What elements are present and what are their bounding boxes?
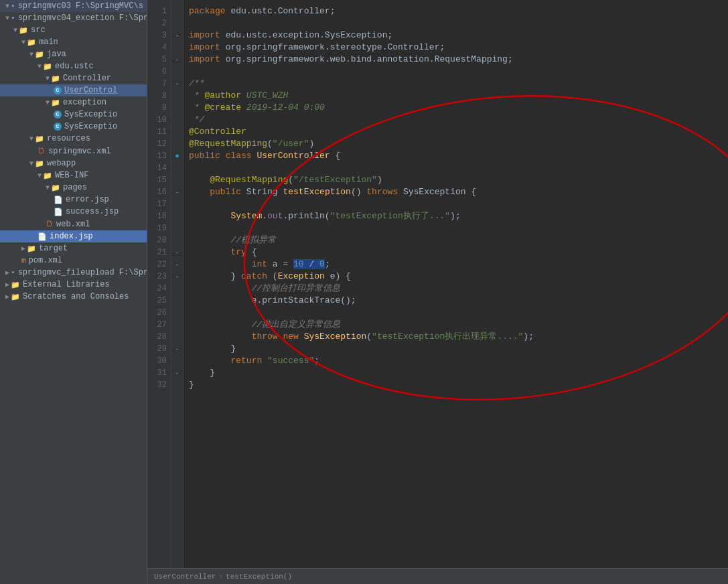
line-num: 12 (147, 138, 171, 150)
line-num: 31 (147, 367, 171, 379)
sidebar-item-usercontroller[interactable]: C UserControl (0, 84, 147, 96)
gutter-cell (171, 90, 183, 102)
code-body[interactable]: package edu.ustc.Controller; import edu.… (184, 0, 728, 568)
gutter-cell (171, 355, 183, 367)
code-line-16: public String testException() throws Sys… (189, 186, 728, 198)
controller-folder-label: Controller (63, 74, 111, 83)
sidebar-item-springmvc03[interactable]: ▼ ▪ springmvc03 F:\SpringMVC\s (0, 0, 147, 12)
sidebar-item-main[interactable]: ▼ 📁 main (0, 36, 147, 48)
eduustc-label: edu.ustc (55, 62, 94, 71)
code-line-22: int a = 10 / 0; (189, 259, 728, 271)
code-line-25: e.printStackTrace(); (189, 295, 728, 307)
sidebar-item-sysexception1[interactable]: C SysExceptio (0, 108, 147, 121)
sidebar-item-pomxml[interactable]: m pom.xml (0, 254, 147, 267)
sidebar-item-target[interactable]: ▶ 📁 target (0, 242, 147, 254)
line-num: 15 (147, 174, 171, 186)
gutter-cell (171, 198, 183, 210)
gutter-cell (171, 102, 183, 114)
code-line-32: } (189, 379, 728, 391)
folder-icon: 📁 (11, 293, 20, 301)
sidebar-item-springmvcxml[interactable]: 🗋 springmvc.xml (0, 145, 147, 157)
folder-icon: 📁 (51, 184, 60, 192)
sidebar-item-external-libraries[interactable]: ▶ 📁 External Libraries (0, 279, 147, 291)
springmvc04-label: springmvc04_excetion F:\Spri (18, 13, 147, 23)
code-line-29: } (189, 343, 728, 355)
sidebar-item-scratches[interactable]: ▶ 📁 Scratches and Consoles (0, 291, 147, 303)
code-container: 1 2 3 4 5 6 7 8 9 10 11 12 13 14 15 16 1… (147, 0, 728, 568)
gutter-cell (171, 5, 183, 17)
pages-label: pages (63, 183, 87, 192)
line-num: 3 (147, 29, 171, 42)
gutter-cell: - (171, 367, 183, 379)
sidebar-item-webxml[interactable]: 🗋 web.xml (0, 218, 147, 230)
gutter-cell (171, 210, 183, 222)
sidebar-item-exception-folder[interactable]: ▼ 📁 exception (0, 96, 147, 108)
folder-icon: 📁 (11, 281, 20, 289)
sidebar-item-pages[interactable]: ▼ 📁 pages (0, 181, 147, 194)
line-num: 2 (147, 17, 171, 29)
module-icon: ▪ (11, 269, 15, 277)
sidebar-item-resources[interactable]: ▼ 📁 resources (0, 133, 147, 145)
code-line-10: */ (189, 114, 728, 126)
sidebar: ▼ ▪ springmvc03 F:\SpringMVC\s ▼ ▪ sprin… (0, 0, 147, 584)
gutter-cell (171, 307, 183, 319)
code-line-3: import edu.ustc.exception.SysException; (189, 29, 728, 42)
line-num: 24 (147, 283, 171, 295)
code-line-11: @Controller (189, 126, 728, 138)
code-line-7: /** (189, 78, 728, 90)
line-num: 30 (147, 355, 171, 367)
sidebar-item-src[interactable]: ▼ 📁 src (0, 24, 147, 36)
line-num: 14 (147, 162, 171, 174)
code-line-28: throw new SysException("testException执行出… (189, 331, 728, 343)
gutter-cell (171, 234, 183, 246)
sidebar-item-eduustc[interactable]: ▼ 📁 edu.ustc (0, 60, 147, 72)
sidebar-item-springmvc04[interactable]: ▼ ▪ springmvc04_excetion F:\Spri (0, 12, 147, 24)
class-icon: C (54, 123, 62, 131)
breadcrumb-separator: › (218, 573, 223, 581)
gutter-cell (171, 17, 183, 29)
sidebar-item-webapp[interactable]: ▼ 📁 webapp (0, 157, 147, 169)
jsp-icon: 📄 (38, 232, 47, 241)
folder-icon: 📁 (43, 171, 52, 180)
sidebar-item-indexjsp[interactable]: 📄 index.jsp (0, 230, 147, 242)
code-line-20: //模拟异常 (189, 234, 728, 246)
line-num: 8 (147, 90, 171, 102)
jsp-icon: 📄 (54, 208, 63, 216)
xml-icon: 🗋 (46, 219, 54, 229)
gutter-cell: - (171, 343, 183, 355)
sidebar-item-successjsp[interactable]: 📄 success.jsp (0, 206, 147, 218)
line-num: 10 (147, 114, 171, 126)
code-line-1: package edu.ustc.Controller; (189, 5, 728, 17)
gutter-cell (171, 114, 183, 126)
expand-arrow-icon: ▼ (29, 160, 33, 167)
sidebar-item-fileupload[interactable]: ▶ ▪ springmvc_fileupload F:\Spri (0, 267, 147, 279)
line-num: 25 (147, 295, 171, 307)
code-line-8: * @author USTC_WZH (189, 90, 728, 102)
sidebar-item-errorjsp[interactable]: 📄 error.jsp (0, 194, 147, 206)
sidebar-item-controller-folder[interactable]: ▼ 📁 Controller (0, 72, 147, 84)
gutter-cell: - (171, 54, 183, 66)
sidebar-item-java[interactable]: ▼ 📁 java (0, 48, 147, 60)
jsp-icon: 📄 (54, 196, 63, 204)
line-num: 22 (147, 259, 171, 271)
line-num: 4 (147, 42, 171, 54)
code-line-5: import org.springframework.web.bind.anno… (189, 54, 728, 66)
sysexception2-label: SysExceptio (64, 122, 117, 131)
code-line-15: @RequestMapping("/testException") (189, 174, 728, 186)
resources-label: resources (47, 134, 90, 143)
line-num: 7 (147, 78, 171, 90)
gutter-cell (171, 222, 183, 234)
usercontroller-label: UserControl (64, 86, 117, 95)
code-line-27: //抛出自定义异常信息 (189, 319, 728, 331)
line-num: 13 (147, 150, 171, 162)
target-label: target (39, 244, 68, 253)
expand-arrow-icon: ▼ (46, 184, 50, 192)
sidebar-item-sysexception2[interactable]: C SysExceptio (0, 121, 147, 133)
editor-area: 1 2 3 4 5 6 7 8 9 10 11 12 13 14 15 16 1… (147, 0, 728, 584)
gutter-cell (171, 138, 183, 150)
folder-icon: 📁 (27, 244, 36, 253)
code-line-26 (189, 307, 728, 319)
status-bar: UserController › testException() (147, 568, 728, 584)
gutter-cell (171, 283, 183, 295)
sidebar-item-webinf[interactable]: ▼ 📁 WEB-INF (0, 169, 147, 181)
